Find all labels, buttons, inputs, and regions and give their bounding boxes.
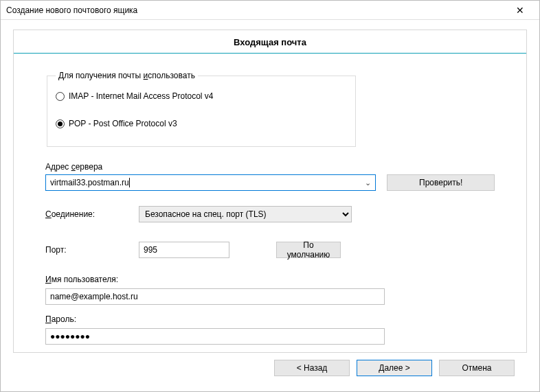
radio-icon — [56, 92, 65, 101]
server-address-value: virtmail33.postman.ru — [50, 178, 129, 187]
protocol-radio-imap[interactable]: IMAP - Internet Mail Access Protocol v4 — [56, 89, 347, 106]
protocol-radio-pop[interactable]: POP - Post Office Protocol v3 — [56, 116, 347, 134]
back-button[interactable]: < Назад — [274, 360, 350, 376]
footer: < Назад Далее > Отмена — [13, 353, 527, 384]
radio-label-imap: IMAP - Internet Mail Access Protocol v4 — [69, 91, 214, 101]
panel-title: Входящая почта — [14, 30, 526, 53]
password-input[interactable] — [45, 328, 385, 345]
username-input[interactable] — [45, 288, 385, 305]
radio-label-pop: POP - Post Office Protocol v3 — [69, 119, 177, 128]
connection-select[interactable]: Безопасное на спец. порт (TLS) — [139, 206, 352, 222]
cancel-button[interactable]: Отмена — [439, 360, 515, 376]
next-button[interactable]: Далее > — [357, 360, 432, 376]
protocol-fieldset: Для получения почты использовать IMAP - … — [47, 76, 356, 147]
chevron-down-icon: ⌄ — [365, 178, 371, 187]
panel: Входящая почта Для получения почты испол… — [13, 30, 527, 353]
protocol-legend: Для получения почты использовать — [56, 71, 198, 80]
window: Создание нового почтового ящика ✕ Входящ… — [0, 0, 540, 392]
default-port-button[interactable]: По умолчанию — [276, 242, 341, 258]
text-caret — [129, 178, 130, 187]
verify-button[interactable]: Проверить! — [387, 174, 495, 191]
server-address-combo[interactable]: virtmail33.postman.ru ⌄ — [45, 174, 376, 191]
content-area: Входящая почта Для получения почты испол… — [1, 20, 539, 391]
username-label: Имя пользователя: — [45, 275, 495, 284]
port-input[interactable] — [139, 242, 229, 258]
titlebar: Создание нового почтового ящика ✕ — [1, 1, 539, 20]
port-label: Порт: — [45, 245, 139, 255]
close-icon[interactable]: ✕ — [506, 1, 534, 19]
server-label: Адрес сервера — [45, 162, 495, 172]
password-label: Пароль: — [45, 314, 495, 324]
window-title: Создание нового почтового ящика — [6, 5, 137, 15]
panel-divider — [14, 53, 526, 54]
connection-label: Соединение: — [45, 209, 139, 219]
radio-icon — [56, 119, 65, 128]
